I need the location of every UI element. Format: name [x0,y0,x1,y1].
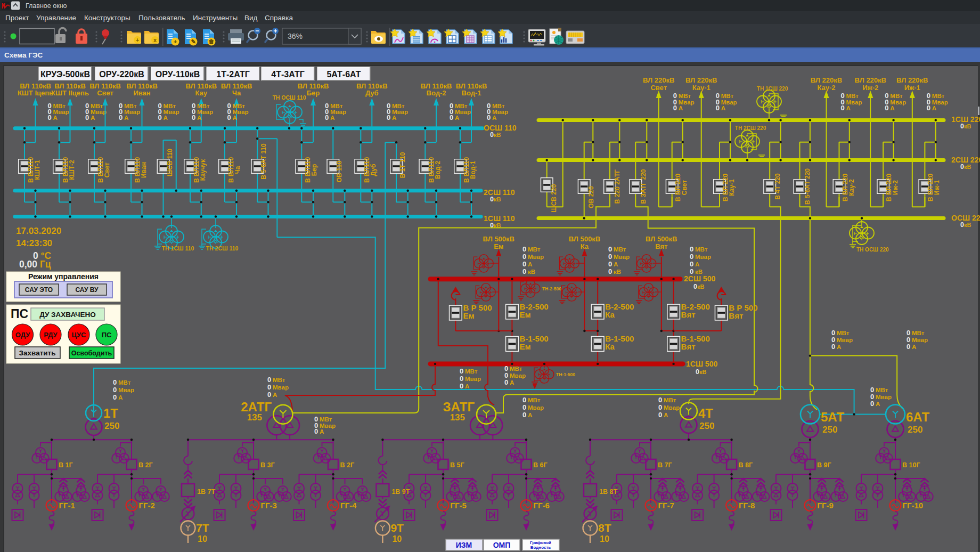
svg-text:В 6Г: В 6Г [533,461,548,469]
svg-text:0: 0 [907,343,910,351]
svg-text:+: + [136,37,139,43]
svg-text:0: 0 [113,386,117,394]
svg-text:0: 0 [522,403,526,411]
svg-text:Дуб: Дуб [365,89,379,97]
svg-text:0,00 Гц: 0,00 Гц [19,259,51,270]
svg-text:1В 9Т: 1В 9Т [391,488,410,496]
svg-text:Ка: Ка [605,342,615,351]
svg-text:7Т: 7Т [196,522,209,534]
svg-text:Свет: Свет [97,89,113,97]
svg-text:0: 0 [831,343,835,351]
svg-text:ГГ-7: ГГ-7 [658,501,674,510]
svg-text:10: 10 [600,534,609,543]
svg-text:0: 0 [113,393,117,401]
svg-text:Мвар: Мвар [876,394,892,400]
svg-text:2СШ 110: 2СШ 110 [484,188,515,197]
svg-text:В ЗАТГ 220: В ЗАТГ 220 [640,169,647,204]
svg-text:А: А [837,344,841,350]
svg-text:0: 0 [113,378,117,386]
svg-text:А: А [695,261,699,267]
svg-text:кВ: кВ [528,269,535,275]
svg-text:ОВ 110: ОВ 110 [336,160,343,182]
svg-text:Вод-2: Вод-2 [427,89,446,97]
svg-text:1Т: 1Т [103,406,118,420]
svg-text:МВт: МВт [273,377,285,383]
svg-text:ГГ-9: ГГ-9 [818,501,834,510]
svg-text:ОМП: ОМП [493,541,511,549]
svg-text:МВт: МВт [465,368,478,375]
svg-text:А: А [118,394,123,401]
svg-text:0: 0 [522,245,526,253]
svg-text:Конструкторы: Конструкторы [84,14,130,22]
svg-text:Кау: Кау [195,89,207,97]
svg-text:ИЗМ: ИЗМ [456,541,472,549]
svg-text:ОСШ 220: ОСШ 220 [951,214,980,222]
svg-text:Мвар: Мвар [846,99,862,105]
svg-text:САУ ВУ: САУ ВУ [75,286,99,294]
svg-text:0кВ: 0кВ [960,221,971,229]
svg-text:Иж-1: Иж-1 [933,180,941,195]
svg-text:Иван: Иван [133,89,150,97]
svg-text:0: 0 [690,260,693,268]
svg-text:36%: 36% [288,32,303,40]
svg-text:Главное окно: Главное окно [26,2,67,10]
svg-text:А: А [124,115,128,121]
svg-text:0: 0 [158,113,162,121]
svg-text:Каучук: Каучук [199,159,207,181]
svg-text:Мвар: Мвар [837,337,853,343]
svg-text:Дуб: Дуб [370,164,377,176]
svg-text:МВт: МВт [890,93,903,99]
svg-text:Инструменты: Инструменты [193,14,238,22]
svg-text:кВ: кВ [614,269,621,275]
svg-text:Режим управления: Режим управления [28,272,99,281]
svg-text:А: А [679,105,683,111]
svg-text:ТН ОСШ 110: ТН ОСШ 110 [272,94,306,101]
svg-text:Бер: Бер [311,164,318,176]
svg-text:А: А [492,115,496,121]
svg-text:135: 135 [450,412,465,423]
svg-text:Управление: Управление [36,14,76,22]
svg-text:ВЛ 500кВ: ВЛ 500кВ [483,235,514,243]
svg-text:✎: ✎ [191,38,195,45]
svg-text:ТН 2СШ 110: ТН 2СШ 110 [206,245,239,251]
svg-text:x: x [153,37,157,43]
svg-text:МВт: МВт [320,416,332,423]
svg-text:Ем: Ем [463,311,474,320]
svg-text:Освободить: Освободить [71,350,112,357]
svg-text:0: 0 [48,113,52,121]
svg-text:ГГ-5: ГГ-5 [451,501,467,510]
svg-text:0: 0 [673,104,677,112]
svg-text:0: 0 [690,245,693,253]
svg-text:А: А [53,115,58,121]
svg-text:0кВ: 0кВ [960,163,971,171]
svg-text:0: 0 [450,113,453,121]
svg-text:Вид: Вид [244,14,258,22]
svg-text:А: А [164,115,168,121]
svg-text:ОРУ-110кВ: ОРУ-110кВ [156,70,200,79]
svg-text:8Т: 8Т [598,522,611,534]
svg-text:ШСВ 220: ШСВ 220 [550,184,558,212]
svg-text:САУ ЭТО: САУ ЭТО [25,286,53,294]
svg-text:А: А [846,105,851,111]
svg-text:Иж-2: Иж-2 [892,180,899,195]
svg-text:В 5-6АТ 110: В 5-6АТ 110 [260,143,267,180]
svg-text:В 5Г: В 5Г [450,461,464,469]
svg-text:А: А [320,428,324,435]
svg-text:А: А [876,401,880,407]
svg-text:ВЛ 220кВ: ВЛ 220кВ [685,76,717,84]
svg-text:Вят: Вят [655,242,667,250]
svg-text:1СШ 220: 1СШ 220 [951,115,980,124]
svg-text:Мвар: Мвар [679,99,695,105]
svg-text:0кВ: 0кВ [696,368,706,376]
svg-text:135: 135 [247,412,262,423]
svg-text:ВЛ 220кВ: ВЛ 220кВ [643,76,674,84]
svg-text:В 2Г: В 2Г [138,461,153,469]
svg-text:0: 0 [690,267,693,275]
svg-text:0: 0 [267,376,271,384]
svg-text:0: 0 [460,375,463,383]
svg-text:Мвар: Мвар [890,99,906,105]
svg-text:10: 10 [198,534,207,543]
svg-text:0: 0 [608,245,612,253]
svg-text:МВт: МВт [912,330,925,336]
svg-text:Мвар: Мвар [528,404,544,411]
